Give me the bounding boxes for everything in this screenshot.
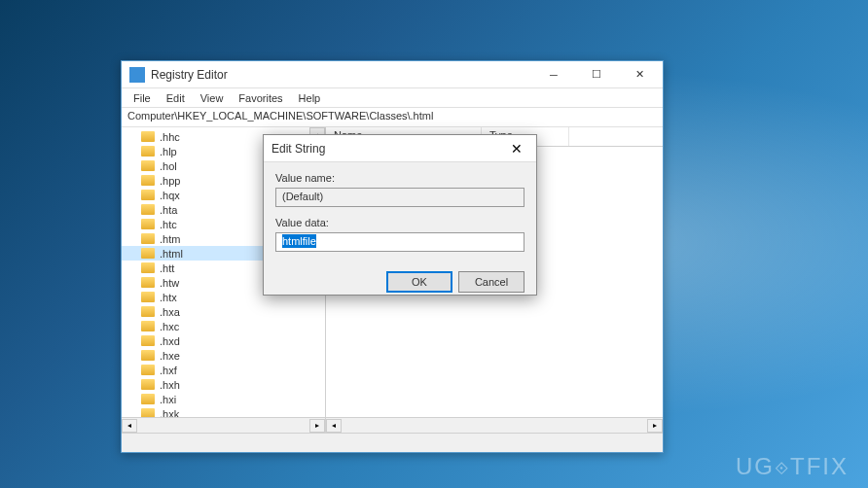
window-title: Registry Editor <box>151 68 532 82</box>
ok-button[interactable]: OK <box>386 271 452 293</box>
horizontal-scrollbars: ◂ ▸ ◂ ▸ <box>122 417 663 433</box>
dialog-body: Value name: (Default) Value data: htmlfi… <box>264 162 536 271</box>
folder-icon <box>141 335 155 346</box>
folder-icon <box>141 365 155 375</box>
cancel-button[interactable]: Cancel <box>458 271 524 293</box>
tree-item-label: .htx <box>160 292 177 303</box>
dialog-titlebar: Edit String ✕ <box>264 135 536 162</box>
tree-item-label: .htt <box>160 262 174 274</box>
folder-icon <box>141 131 155 142</box>
tree-item-label: .hxi <box>160 394 176 405</box>
menu-edit[interactable]: Edit <box>159 90 193 106</box>
menubar: File Edit View Favorites Help <box>122 88 663 108</box>
address-bar[interactable]: Computer\HKEY_LOCAL_MACHINE\SOFTWARE\Cla… <box>122 108 663 127</box>
folder-icon <box>141 233 155 244</box>
folder-icon <box>141 262 155 273</box>
tree-item-label: .hxf <box>160 365 177 376</box>
registry-icon <box>129 67 145 83</box>
scroll-left-button[interactable]: ◂ <box>326 419 342 433</box>
folder-icon <box>141 306 155 317</box>
tree-item-label: .hta <box>160 204 177 216</box>
menu-favorites[interactable]: Favorites <box>231 90 290 106</box>
menu-view[interactable]: View <box>193 90 232 106</box>
folder-icon <box>141 146 155 157</box>
tree-item[interactable]: .hxe <box>122 348 325 363</box>
folder-icon <box>141 219 155 229</box>
value-name-label: Value name: <box>275 172 524 184</box>
dialog-title: Edit String <box>271 142 505 156</box>
tree-item[interactable]: .hxa <box>122 304 325 319</box>
tree-item-label: .hol <box>160 160 177 172</box>
tree-item-label: .hpp <box>160 175 180 187</box>
folder-icon <box>141 248 155 259</box>
folder-icon <box>141 160 155 171</box>
value-data-group: Value data: htmlfile <box>275 217 524 252</box>
tree-hscroll[interactable]: ◂ ▸ <box>122 417 326 433</box>
tree-item-label: .hqx <box>160 190 180 201</box>
tree-item[interactable]: .hxf <box>122 363 325 377</box>
tree-item-label: .hxa <box>160 306 180 318</box>
tree-item-label: .hxc <box>160 321 179 332</box>
tree-item-label: .hlp <box>160 146 177 157</box>
tree-item-label: .htm <box>160 233 180 245</box>
scroll-right-button[interactable]: ▸ <box>309 419 325 433</box>
tree-item-label: .hxe <box>160 350 180 362</box>
value-name-input[interactable]: (Default) <box>275 188 524 207</box>
menu-help[interactable]: Help <box>291 90 329 106</box>
scroll-left-button[interactable]: ◂ <box>122 419 137 433</box>
folder-icon <box>141 204 155 215</box>
window-controls: ─ ☐ ✕ <box>532 61 661 88</box>
status-bar <box>122 433 663 452</box>
tree-item-label: .htw <box>160 277 179 289</box>
edit-string-dialog: Edit String ✕ Value name: (Default) Valu… <box>263 134 537 296</box>
titlebar: Registry Editor ─ ☐ ✕ <box>122 61 663 88</box>
maximize-button[interactable]: ☐ <box>575 61 618 88</box>
folder-icon <box>141 350 155 361</box>
value-data-input[interactable]: htmlfile <box>275 232 524 252</box>
folder-icon <box>141 175 155 186</box>
dialog-close-button[interactable]: ✕ <box>505 137 528 160</box>
tree-item-label: .htc <box>160 219 177 230</box>
watermark: UG⟐TFIX <box>736 453 849 480</box>
tree-item-label: .hxh <box>160 379 180 391</box>
folder-icon <box>141 292 155 302</box>
menu-file[interactable]: File <box>126 90 159 106</box>
close-button[interactable]: ✕ <box>618 61 661 88</box>
tree-item-label: .hxd <box>160 335 180 347</box>
scroll-right-button[interactable]: ▸ <box>647 419 663 433</box>
folder-icon <box>141 379 155 390</box>
tree-item[interactable]: .hxd <box>122 333 325 348</box>
scroll-track[interactable] <box>342 419 647 433</box>
folder-icon <box>141 277 155 288</box>
tree-item[interactable]: .hxh <box>122 377 325 392</box>
folder-icon <box>141 190 155 200</box>
folder-icon <box>141 394 155 404</box>
values-hscroll[interactable]: ◂ ▸ <box>326 417 663 433</box>
tree-item[interactable]: .hxc <box>122 319 325 333</box>
value-name-group: Value name: (Default) <box>275 172 524 207</box>
tree-item-label: .hhc <box>160 131 180 143</box>
tree-item-label: .html <box>160 248 183 260</box>
dialog-buttons: OK Cancel <box>264 271 536 302</box>
folder-icon <box>141 321 155 331</box>
value-data-label: Value data: <box>275 217 524 228</box>
minimize-button[interactable]: ─ <box>532 61 575 88</box>
tree-item[interactable]: .hxi <box>122 392 325 406</box>
scroll-track[interactable] <box>137 419 309 433</box>
